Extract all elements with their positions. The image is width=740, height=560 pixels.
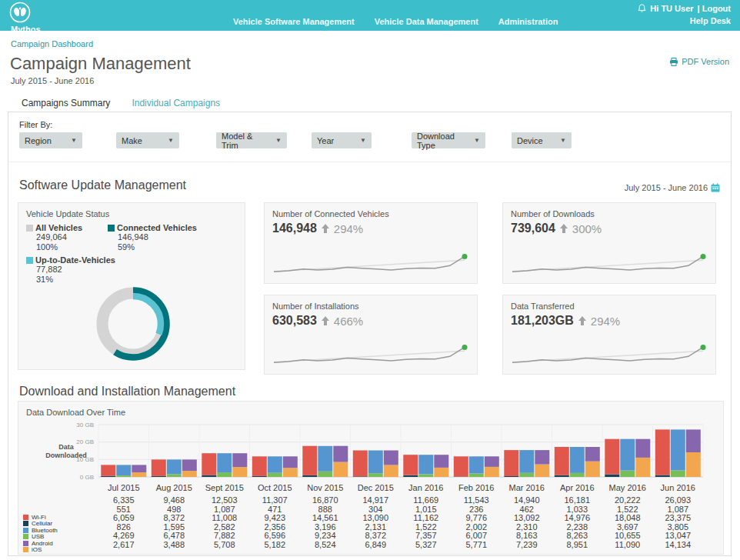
y-axis-tick: 0 GB — [80, 474, 94, 481]
table-column-oct-2015: Oct 201511,3074719,4232,3566,5965,182 — [250, 483, 301, 549]
campaigns-summary-panel: Filter By: Region▼Make▼Model & Trim▼Year… — [8, 112, 732, 556]
data-download-legend: Wi-FiCellularBluetoothUSBAndroidiOS — [23, 514, 58, 553]
bar-segment-bluetooth — [116, 465, 131, 475]
table-value-bluetooth: 18,048 — [602, 514, 653, 523]
chevron-down-icon: ▼ — [560, 137, 566, 144]
kpi-title: Data Transferred — [511, 302, 575, 311]
month-label: Feb 2016 — [452, 483, 502, 496]
bar-segment-usb — [368, 473, 383, 477]
bar-segment-usb — [268, 473, 282, 477]
table-value-wi-fi: 6,335 — [98, 496, 149, 505]
bar-segment-cellular — [403, 475, 418, 477]
month-label: Oct 2015 — [250, 483, 301, 496]
bar-segment-wi-fi — [152, 459, 166, 476]
kpi-delta: 294% — [591, 315, 620, 328]
nav-item-vehicle-data-management[interactable]: Vehicle Data Management — [375, 17, 478, 26]
table-column-jul-2015: Jul 20156,3355516,0598264,2692,617 — [98, 483, 149, 549]
table-value-ios: 5,708 — [199, 541, 250, 550]
kpi-card-number-of-installations: Number of Installations630,583466% — [264, 295, 478, 375]
filter-dropdown-device[interactable]: Device▼ — [512, 132, 572, 148]
chevron-down-icon: ▼ — [360, 137, 366, 144]
bar-segment-bluetooth — [570, 447, 585, 473]
table-column-dec-2015: Dec 201514,91730413,0902,1318,3726,849 — [351, 483, 402, 549]
legend-value: 249,064 — [36, 232, 102, 242]
bar-segment-cellular — [454, 477, 468, 478]
bar-segment-android — [182, 459, 197, 471]
bar-segment-ios — [182, 471, 197, 477]
software-update-date-range: July 2015 - June 2016 — [625, 183, 720, 192]
bar-segment-android — [485, 456, 499, 467]
top-bar: Mythos Vehicle Software ManagementVehicl… — [0, 0, 740, 31]
chevron-down-icon: ▼ — [275, 137, 282, 144]
table-value-ios: 2,617 — [98, 541, 149, 550]
bar-segment-android — [232, 453, 247, 467]
filter-dropdown-label: Region — [25, 136, 52, 145]
software-update-date-label: July 2015 - June 2016 — [625, 183, 708, 192]
table-column-aug-2015: Aug 20159,4684988,3721,5956,4783,488 — [149, 483, 200, 549]
up-arrow-icon — [321, 223, 330, 234]
legend-swatch — [23, 528, 28, 533]
bell-icon[interactable] — [638, 4, 646, 13]
table-value-android: 9,234 — [300, 532, 351, 541]
legend-swatch — [23, 547, 28, 552]
status-legend-item-connected-vehicles: Connected Vehicles146,94859% — [108, 223, 208, 252]
table-value-ios: 7,239 — [502, 541, 552, 550]
calendar-icon[interactable] — [711, 183, 720, 192]
bar-segment-cellular — [152, 476, 166, 477]
table-value-ios: 8,951 — [552, 541, 603, 550]
up-arrow-icon — [321, 315, 330, 326]
bar-segment-bluetooth — [620, 439, 635, 471]
help-desk-link[interactable]: Help Desk — [638, 16, 731, 25]
bar-segment-ios — [434, 468, 448, 477]
legend-swatch — [23, 515, 28, 520]
month-label: Jun 2016 — [653, 483, 704, 496]
table-value-bluetooth: 9,423 — [250, 514, 301, 523]
kpi-sparkline — [271, 335, 469, 371]
table-value-ios: 8,524 — [300, 541, 351, 550]
bar-segment-wi-fi — [555, 447, 569, 475]
filter-dropdown-label: Device — [517, 136, 543, 145]
bar-segment-wi-fi — [655, 429, 670, 475]
bar-segment-ios — [384, 465, 398, 478]
legend-item-wi-fi: Wi-Fi — [23, 514, 58, 521]
bar-segment-ios — [635, 458, 650, 477]
nav-item-vehicle-software-management[interactable]: Vehicle Software Management — [233, 17, 355, 26]
filter-dropdown-label: Year — [317, 136, 334, 145]
kpi-delta: 294% — [334, 222, 363, 235]
nav-item-administration[interactable]: Administration — [498, 17, 558, 26]
table-value-bluetooth: 11,008 — [199, 514, 250, 523]
bar-segment-bluetooth — [671, 429, 685, 470]
bar-segment-android — [585, 447, 600, 462]
bar-segment-ios — [333, 462, 348, 477]
bar-segment-bluetooth — [217, 453, 232, 472]
table-value-ios: 11,090 — [602, 541, 653, 550]
bar-segment-ios — [585, 462, 600, 477]
pdf-version-link[interactable]: PDF Version — [669, 57, 729, 66]
bar-segment-android — [283, 456, 298, 468]
table-value-bluetooth: 13,092 — [502, 514, 552, 523]
table-value-ios: 5,182 — [250, 541, 301, 550]
bar-segment-usb — [217, 472, 232, 477]
y-axis-tick: 20 GB — [76, 438, 94, 445]
pdf-version-label: PDF Version — [682, 57, 729, 66]
month-label: May 2016 — [602, 483, 653, 496]
chevron-down-icon: ▼ — [474, 137, 480, 144]
bar-segment-wi-fi — [101, 465, 115, 475]
filter-dropdown-year[interactable]: Year▼ — [312, 132, 372, 148]
legend-item-bluetooth: Bluetooth — [23, 527, 58, 534]
bar-segment-bluetooth — [167, 459, 182, 474]
kpi-title: Number of Downloads — [511, 209, 595, 218]
bar-segment-bluetooth — [268, 456, 282, 472]
filter-dropdown-make[interactable]: Make▼ — [116, 132, 179, 148]
table-value-ios: 14,134 — [653, 541, 704, 550]
breadcrumb[interactable]: Campaign Dashboard — [11, 39, 93, 48]
filter-dropdown-model-trim[interactable]: Model & Trim▼ — [216, 132, 287, 148]
filter-dropdown-region[interactable]: Region▼ — [19, 132, 82, 148]
y-axis-tick: 30 GB — [76, 422, 94, 428]
bar-segment-ios — [132, 472, 146, 477]
logout-link[interactable]: | Logout — [698, 4, 731, 13]
brand-logo[interactable]: Mythos — [9, 2, 55, 34]
table-value-wi-fi: 16,181 — [552, 496, 603, 505]
filter-dropdown-download-type[interactable]: Download Type▼ — [412, 132, 485, 148]
bar-segment-bluetooth — [418, 455, 433, 474]
